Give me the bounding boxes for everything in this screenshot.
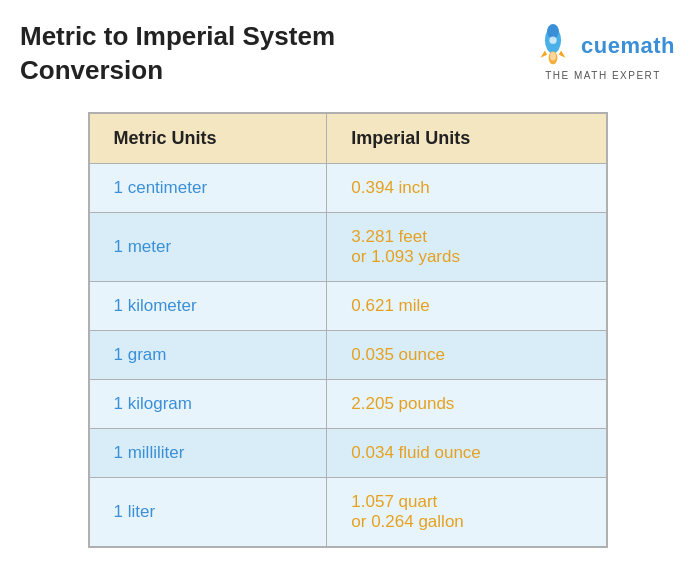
metric-cell: 1 liter <box>89 477 327 547</box>
table-row: 1 kilometer0.621 mile <box>89 281 607 330</box>
imperial-cell: 3.281 feetor 1.093 yards <box>327 212 607 281</box>
imperial-cell: 0.034 fluid ounce <box>327 428 607 477</box>
table-row: 1 gram0.035 ounce <box>89 330 607 379</box>
table-header-row: Metric Units Imperial Units <box>89 113 607 164</box>
metric-cell: 1 meter <box>89 212 327 281</box>
metric-cell: 1 kilometer <box>89 281 327 330</box>
table-row: 1 milliliter0.034 fluid ounce <box>89 428 607 477</box>
svg-marker-3 <box>541 50 548 57</box>
rocket-icon <box>531 24 575 68</box>
svg-marker-4 <box>559 50 566 57</box>
page-title: Metric to Imperial System Conversion <box>20 20 335 88</box>
imperial-cell: 0.035 ounce <box>327 330 607 379</box>
col2-header: Imperial Units <box>327 113 607 164</box>
tagline: THE MATH EXPERT <box>545 70 660 81</box>
title-line2: Conversion <box>20 55 163 85</box>
imperial-cell: 0.394 inch <box>327 163 607 212</box>
logo-rocket: cuemath <box>531 24 675 68</box>
metric-cell: 1 kilogram <box>89 379 327 428</box>
table-row: 1 liter1.057 quartor 0.264 gallon <box>89 477 607 547</box>
title-line1: Metric to Imperial System <box>20 21 335 51</box>
table-row: 1 centimeter0.394 inch <box>89 163 607 212</box>
svg-point-2 <box>549 36 556 43</box>
imperial-cell: 2.205 pounds <box>327 379 607 428</box>
cuemath-logo-text: cuemath <box>581 33 675 59</box>
metric-cell: 1 milliliter <box>89 428 327 477</box>
conversion-table: Metric Units Imperial Units 1 centimeter… <box>88 112 608 548</box>
svg-point-6 <box>550 52 556 61</box>
col1-header: Metric Units <box>89 113 327 164</box>
logo-area: cuemath THE MATH EXPERT <box>531 20 675 81</box>
table-wrapper: Metric Units Imperial Units 1 centimeter… <box>20 112 675 548</box>
table-row: 1 kilogram2.205 pounds <box>89 379 607 428</box>
page-header: Metric to Imperial System Conversion cue… <box>20 20 675 88</box>
imperial-cell: 1.057 quartor 0.264 gallon <box>327 477 607 547</box>
table-row: 1 meter3.281 feetor 1.093 yards <box>89 212 607 281</box>
metric-cell: 1 gram <box>89 330 327 379</box>
imperial-cell: 0.621 mile <box>327 281 607 330</box>
metric-cell: 1 centimeter <box>89 163 327 212</box>
